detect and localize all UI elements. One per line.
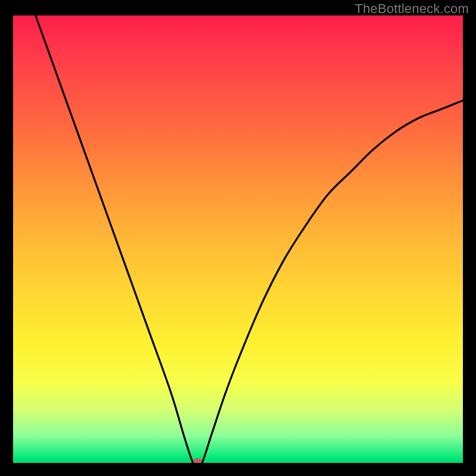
- chart-frame: TheBottleneck.com: [0, 0, 476, 476]
- valley-marker: [193, 458, 202, 463]
- plot-area: [13, 15, 463, 463]
- bottleneck-curve: [13, 15, 463, 463]
- curve-path: [36, 15, 463, 463]
- watermark-label: TheBottleneck.com: [355, 1, 469, 17]
